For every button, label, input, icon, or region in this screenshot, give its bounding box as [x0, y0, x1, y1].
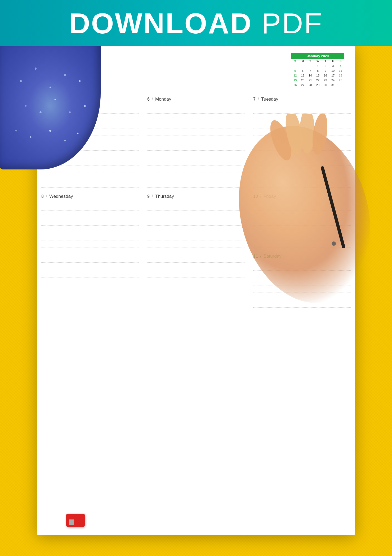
- thursday-name: Thursday: [155, 194, 174, 199]
- day-thursday: 9 / Thursday: [143, 190, 249, 310]
- tuesday-lines: [253, 106, 351, 188]
- monday-name: Monday: [155, 97, 171, 102]
- tuesday-number: 7: [253, 97, 256, 102]
- friday-lines: [253, 203, 351, 248]
- saturday-header: 11 / Saturday: [253, 253, 351, 259]
- cal-header-sat: S: [337, 59, 344, 64]
- thursday-lines: [147, 203, 244, 277]
- friday-name: Friday: [264, 194, 276, 199]
- header-title: DOWNLOAD PDF: [69, 9, 323, 38]
- day-friday: 10 / Friday: [249, 190, 355, 250]
- cal-header-sun: S: [291, 59, 299, 64]
- friday-header: 10 / Friday: [253, 194, 351, 199]
- cal-week-5: 26 27 28 29 30 31: [291, 83, 344, 87]
- wednesday-header: 8 / Wednesday: [41, 194, 139, 199]
- header-banner: DOWNLOAD PDF: [0, 0, 392, 46]
- monday-number: 6: [147, 97, 150, 102]
- sharpener-metal: [69, 519, 74, 525]
- wednesday-lines: [41, 203, 139, 277]
- cal-header-thu: T: [322, 59, 329, 64]
- saturday-lines: [253, 263, 351, 308]
- calendar-table: S M T W T F S 1 2: [291, 59, 344, 87]
- thursday-header: 9 / Thursday: [147, 194, 244, 199]
- saturday-number: 11: [253, 254, 258, 259]
- monday-lines: [147, 106, 244, 188]
- cal-header-wed: W: [314, 59, 322, 64]
- cal-week-1: 1 2 3 4: [291, 64, 344, 68]
- cal-header-fri: F: [329, 59, 337, 64]
- cal-week-4: 19 20 21 22 23 24 25: [291, 78, 344, 83]
- tuesday-header: 7 / Tuesday: [253, 96, 351, 102]
- cal-header-tue: T: [306, 59, 314, 64]
- pencil-sharpener: [66, 514, 87, 530]
- calendar-month-year: January 2020: [291, 53, 344, 59]
- header-light: PDF: [252, 7, 323, 39]
- flower-cluster: [0, 42, 101, 169]
- cal-week-3: 12 13 14 15 16 17 18: [291, 73, 344, 78]
- wednesday-name: Wednesday: [49, 194, 73, 199]
- week-row-2: 8 / Wednesday 9 / Thursday: [37, 190, 355, 310]
- thursday-number: 9: [147, 194, 150, 199]
- monday-header: 6 / Monday: [147, 96, 244, 102]
- day-tuesday: 7 / Tuesday: [249, 93, 355, 190]
- day-wednesday: 8 / Wednesday: [37, 190, 143, 310]
- tuesday-name: Tuesday: [261, 97, 278, 102]
- saturday-name: Saturday: [264, 254, 282, 259]
- wednesday-number: 8: [41, 194, 44, 199]
- cal-week-2: 5 6 7 8 9 10 11: [291, 68, 344, 73]
- mini-calendar: January 2020 S M T W T F S: [291, 53, 344, 87]
- sharpener-body: [66, 514, 85, 527]
- cal-header-mon: M: [299, 59, 307, 64]
- day-saturday: 11 / Saturday: [249, 250, 355, 310]
- friday-number: 10: [253, 194, 258, 199]
- header-bold: DOWNLOAD: [69, 7, 252, 39]
- flowers-decoration: [0, 42, 106, 175]
- day-monday: 6 / Monday: [143, 93, 249, 190]
